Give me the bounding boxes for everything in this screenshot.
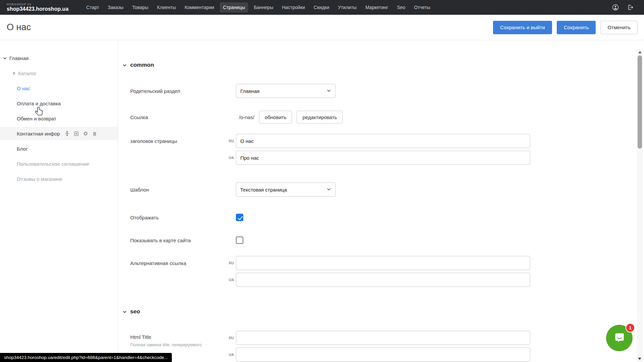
link-path: /o-nas/	[239, 114, 254, 120]
chevron-down-icon	[327, 88, 331, 94]
logout-icon[interactable]	[627, 4, 634, 11]
sitemap-label: Показывать в карте сайта	[130, 238, 225, 243]
page-header: О нас Сохранить и выйти Сохранить Отмени…	[0, 15, 644, 40]
lang-badge-ru: RU	[225, 336, 236, 340]
alt-link-ua-input[interactable]	[236, 273, 530, 287]
tree-item[interactable]: Каталог	[0, 66, 118, 80]
delete-icon[interactable]	[92, 131, 97, 137]
section-common[interactable]: common	[122, 62, 644, 68]
cancel-button[interactable]: Отменить	[600, 21, 638, 34]
alt-link-ru-input[interactable]	[236, 256, 530, 270]
page: HOROSHOP V4 shop34423.horoshop.ua СтартЗ…	[0, 0, 644, 362]
tree-item[interactable]: Оплата и доставка	[0, 97, 118, 110]
pages-tree-sidebar: ГлавнаяКаталогО насОплата и доставкаОбме…	[0, 40, 118, 362]
page-title: О нас	[7, 22, 31, 33]
tree-item-label: Пользовательское соглашение	[17, 161, 89, 167]
logo-version: HOROSHOP V4	[7, 3, 68, 6]
lang-badge-ua: UA	[225, 278, 236, 282]
lang-badge-ru: RU	[225, 139, 236, 143]
topbar-menu-item[interactable]: Заказы	[105, 2, 127, 12]
topbar-menu-item[interactable]: Комментарии	[182, 2, 217, 12]
html-title-ua-input[interactable]	[236, 348, 530, 362]
cursor-hand-icon	[34, 106, 45, 117]
topbar: HOROSHOP V4 shop34423.horoshop.ua СтартЗ…	[0, 0, 644, 15]
lang-badge-ru: RU	[225, 261, 236, 265]
logo-domain: shop34423.horoshop.ua	[7, 6, 68, 12]
page-title-ru-input[interactable]	[236, 134, 530, 148]
topbar-menu-item[interactable]: Маркетинг	[362, 2, 391, 12]
template-select[interactable]: Текстовая страница	[236, 183, 336, 197]
page-edit-form: common Родительский раздел Главная Ссылк…	[118, 40, 644, 362]
topbar-menu-item[interactable]: Клиенты	[154, 2, 179, 12]
settings-icon[interactable]	[83, 131, 89, 137]
chevron-right-icon[interactable]	[12, 71, 16, 75]
topbar-menu-item[interactable]: Настройки	[279, 2, 308, 12]
lang-badge-ua: UA	[225, 156, 236, 160]
parent-section-select[interactable]: Главная	[236, 84, 336, 98]
scroll-up-arrow-icon[interactable]	[638, 51, 642, 53]
sitemap-checkbox[interactable]	[236, 237, 243, 244]
link-update-button[interactable]: обновить	[259, 111, 292, 123]
topbar-menu: СтартЗаказыТоварыКлиентыКомментарииСтран…	[82, 0, 435, 15]
chevron-down-icon[interactable]	[3, 56, 7, 60]
alt-link-label: Альтернативная ссылка	[130, 256, 225, 270]
scrollbar-thumb[interactable]	[638, 55, 642, 149]
tree-item-label: Каталог	[18, 70, 37, 76]
tree-item[interactable]: Обмен и возврат	[0, 112, 118, 125]
page-title-ua-input[interactable]	[236, 151, 530, 165]
logo[interactable]: HOROSHOP V4 shop34423.horoshop.ua	[7, 3, 68, 12]
topbar-menu-item[interactable]: Скидки	[311, 2, 332, 12]
chat-widget-button[interactable]: 1	[606, 325, 633, 351]
tree-list: ГлавнаяКаталогО насОплата и доставкаОбме…	[0, 51, 118, 186]
html-title-ru-input[interactable]	[236, 331, 530, 345]
topbar-menu-item[interactable]: Страницы	[220, 2, 248, 12]
topbar-menu-item[interactable]: Утилиты	[335, 2, 360, 12]
tree-item[interactable]: О нас	[0, 82, 118, 95]
tree-item-label: Оплата и доставка	[17, 101, 61, 106]
template-label: Шаблон	[130, 187, 225, 193]
chevron-down-icon	[327, 187, 331, 193]
chat-unread-badge: 1	[626, 323, 635, 332]
add-icon[interactable]	[73, 131, 79, 137]
vertical-scrollbar[interactable]	[637, 50, 643, 362]
display-checkbox[interactable]	[236, 214, 243, 221]
status-url-bar: shop34423.horoshop.ua/edit/edit.php?id=6…	[0, 353, 172, 362]
tree-item[interactable]: Главная	[0, 51, 118, 65]
tree-item[interactable]: Отзывы о магазине	[0, 172, 118, 186]
tree-item-label: Главная	[9, 55, 29, 61]
topbar-menu-item[interactable]: Баннеры	[251, 2, 276, 12]
move-icon[interactable]	[64, 131, 70, 137]
html-title-hint: Полная замена title, генерируемого	[130, 342, 225, 347]
section-seo[interactable]: seo	[122, 308, 644, 315]
link-edit-button[interactable]: редактировать	[297, 111, 343, 123]
tree-item[interactable]: Блог	[0, 142, 118, 155]
save-and-exit-button[interactable]: Сохранить и выйти	[493, 21, 552, 34]
link-label: Ссылка	[130, 114, 225, 120]
scroll-down-arrow-icon[interactable]	[638, 358, 641, 360]
tree-item-label: Контактная инфор	[17, 131, 60, 137]
html-title-label: Html Title	[130, 334, 225, 340]
account-icon[interactable]	[612, 4, 619, 11]
tree-item-label: О нас	[17, 86, 30, 91]
display-label: Отображать	[130, 215, 225, 220]
lang-badge-ua: UA	[225, 353, 236, 357]
topbar-menu-item[interactable]: Отчеты	[411, 2, 433, 12]
topbar-menu-item[interactable]: Старт	[83, 2, 102, 12]
chevron-down-icon	[122, 63, 127, 67]
chevron-down-icon	[122, 310, 127, 314]
tree-item-label: Блог	[17, 146, 28, 152]
topbar-menu-item[interactable]: Seo	[394, 2, 408, 12]
chat-bubble-icon	[612, 330, 627, 346]
tree-item-label: Отзывы о магазине	[17, 176, 62, 182]
tree-item[interactable]: Пользовательское соглашение	[0, 157, 118, 170]
page-title-label: заголовок страницы	[130, 134, 225, 148]
parent-section-label: Родительский раздел	[130, 88, 225, 94]
tree-item[interactable]: Контактная инфор	[0, 127, 118, 140]
tree-item-actions	[64, 131, 97, 137]
save-button[interactable]: Сохранить	[557, 21, 596, 34]
topbar-menu-item[interactable]: Товары	[129, 2, 151, 12]
